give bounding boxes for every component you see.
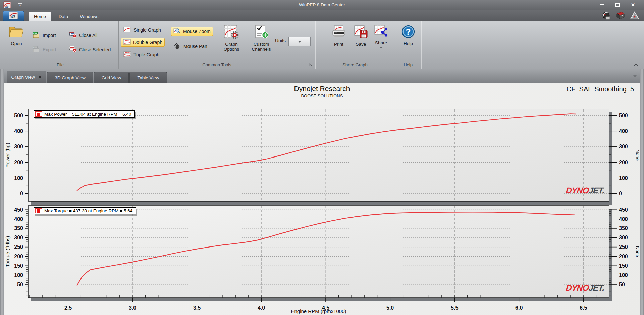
single-graph-label: Single Graph [133, 27, 161, 33]
y-tick-label-right: 250 [619, 244, 628, 250]
y-tick-label: 200 [14, 254, 23, 259]
single-graph-button[interactable]: Single Graph [121, 26, 163, 34]
export-csv-icon: CSV [32, 46, 40, 53]
power-y-axis-title: Power (hp) [5, 143, 10, 167]
ribbon-tab-windows[interactable]: Windows [76, 12, 103, 21]
share-dropdown-arrow-icon [380, 47, 382, 48]
triple-graph-label: Triple Graph [133, 52, 159, 57]
close-tab-icon[interactable]: ✕ [38, 75, 42, 80]
custom-channels-button[interactable]: Custom Channels [248, 24, 274, 52]
save-button[interactable]: Save [351, 24, 371, 47]
y-tick-label-right: 0 [619, 191, 622, 196]
ribbon-tab-row: W8 Home Data Windows [0, 10, 644, 21]
dyno-gauge-icon[interactable] [602, 11, 611, 20]
y-tick-label-right: 100 [619, 272, 628, 278]
graph-options-label: Graph Options [221, 42, 241, 52]
tab-3d-graph-view[interactable]: 3D Graph View [47, 72, 93, 83]
y-tick-label: 500 [14, 113, 23, 118]
units-dropdown-arrow-icon [298, 41, 301, 43]
close-all-button[interactable]: Close All [67, 31, 99, 40]
help-label: Help [404, 41, 413, 46]
triple-graph-icon [123, 51, 131, 58]
x-axis-title: Engine RPM (rpmx1000) [28, 308, 609, 314]
minimize-icon [600, 4, 604, 5]
y-tick-label-right: 150 [619, 263, 628, 269]
print-icon [331, 25, 346, 40]
power-legend: Max Power = 511.04 at Engine RPM = 6.40 [34, 110, 135, 118]
mouse-zoom-button[interactable]: Mouse Zoom [171, 27, 213, 36]
y-tick-label: 400 [14, 216, 23, 222]
power-series-swatch-icon [35, 111, 42, 117]
import-button[interactable]: CSV Import [30, 31, 58, 40]
y-tick-label: 100 [14, 272, 23, 278]
y-tick-label: 150 [14, 263, 23, 269]
y-tick-label-right: 400 [619, 128, 628, 134]
collapse-ribbon-button[interactable] [633, 62, 639, 66]
double-graph-button[interactable]: Double Graph [121, 38, 165, 47]
close-selected-icon [69, 46, 77, 53]
y-tick-label: 300 [14, 144, 23, 149]
svg-text:?: ? [406, 27, 411, 36]
correction-factor-label: CF: SAE Smoothing: 5 [567, 85, 634, 93]
tab-table-view[interactable]: Table View [129, 72, 167, 83]
torque-legend-text: Max Torque = 437.30 at Engine RPM = 5.64 [44, 208, 132, 213]
open-label: Open [11, 41, 22, 46]
graph-view-tab-label: Graph View [11, 75, 35, 80]
maximize-icon [615, 3, 620, 7]
torque-y-axis-title: Torque (ft-lbs) [5, 236, 10, 267]
help-button[interactable]: ? Help [399, 24, 417, 47]
device-icon[interactable] [616, 11, 625, 20]
grid-view-tab-label: Grid View [102, 75, 121, 80]
mouse-zoom-label: Mouse Zoom [183, 29, 211, 34]
window-title: WinPEP 8 Data Center [0, 2, 644, 7]
warning-triangle-icon[interactable] [630, 11, 639, 20]
graph-options-button[interactable]: Graph Options [219, 24, 244, 52]
y-tick-label: 400 [14, 128, 23, 134]
share-button[interactable]: Share [372, 24, 390, 49]
mouse-pan-label: Mouse Pan [183, 44, 207, 49]
power-chart-plot[interactable]: 00100100200200300300400400500500 [0, 106, 644, 207]
ribbon-tab-data[interactable]: Data [54, 12, 73, 21]
close-button[interactable]: ✕ [628, 2, 638, 8]
import-label: Import [43, 33, 56, 38]
tab-grid-view[interactable]: Grid View [94, 72, 129, 83]
import-csv-icon: CSV [32, 31, 40, 39]
y-tick-label-right: 350 [619, 225, 628, 231]
close-all-icon [69, 31, 77, 39]
power-chart: 00100100200200300300400400500500 Max Pow… [0, 106, 644, 207]
torque-series-swatch-icon [35, 208, 42, 213]
ribbon-group-common-tools: Single Graph Double Graph Triple Graph M… [119, 21, 315, 69]
y-tick-label-right: 200 [619, 160, 628, 165]
3d-graph-view-tab-label: 3D Graph View [55, 75, 85, 80]
y-tick-label: 250 [14, 244, 23, 250]
print-label: Print [334, 42, 343, 47]
tab-graph-view[interactable]: Graph View ✕ [7, 71, 46, 83]
y-tick-label: 350 [14, 225, 23, 231]
chart-title: Dynojet Research [0, 85, 644, 93]
close-selected-button[interactable]: Close Selected [67, 45, 113, 54]
winpep-logo-icon: W8 [8, 11, 19, 21]
share-icon [374, 25, 388, 39]
export-button[interactable]: CSV Export [30, 45, 58, 54]
print-button[interactable]: Print [329, 24, 349, 47]
triple-graph-button[interactable]: Triple Graph [121, 51, 161, 59]
tab-overflow-dropdown-icon[interactable] [633, 75, 637, 77]
svg-text:CSV: CSV [33, 32, 37, 34]
maximize-button[interactable] [612, 2, 623, 8]
application-menu-button[interactable]: W8 [3, 11, 24, 21]
open-button[interactable]: Open [5, 24, 28, 47]
torque-chart-plot[interactable]: 5050100100150150200200250250300300350350… [0, 203, 644, 315]
save-icon [354, 25, 368, 40]
units-dropdown[interactable] [288, 37, 311, 46]
help-group-label: Help [395, 62, 421, 68]
close-selected-label: Close Selected [79, 47, 111, 52]
ribbon-tab-home[interactable]: Home [29, 12, 51, 21]
mouse-pan-button[interactable]: Mouse Pan [172, 42, 209, 51]
minimize-button[interactable] [597, 2, 607, 8]
custom-channels-icon [254, 25, 269, 40]
share-graph-group-label: Share Graph [315, 62, 395, 68]
document-tab-strip: Graph View ✕ 3D Graph View Grid View Tab… [4, 69, 640, 83]
y-tick-label: 100 [14, 175, 23, 181]
y-tick-label-right: 100 [619, 175, 628, 181]
mouse-zoom-icon [173, 28, 181, 35]
